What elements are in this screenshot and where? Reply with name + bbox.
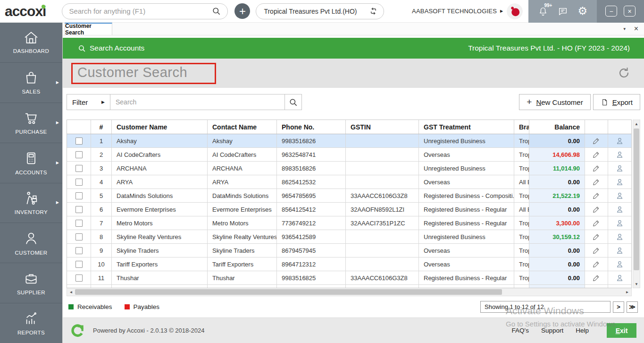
row-checkbox-cell[interactable] bbox=[67, 148, 91, 161]
edit-row-button[interactable] bbox=[585, 203, 608, 216]
row-checkbox[interactable] bbox=[75, 192, 83, 199]
search-icon[interactable] bbox=[212, 7, 221, 16]
contact-person-button[interactable] bbox=[608, 216, 631, 230]
add-company-button[interactable]: + bbox=[234, 3, 250, 19]
row-checkbox[interactable] bbox=[75, 151, 83, 158]
sidebar-item-sales[interactable]: SALES ▶ bbox=[0, 63, 62, 103]
table-search-input[interactable] bbox=[110, 94, 284, 110]
table-row[interactable]: 2 AI CodeCrafters AI CodeCrafters 963254… bbox=[67, 148, 631, 162]
contact-person-button[interactable] bbox=[608, 203, 631, 216]
row-checkbox-cell[interactable] bbox=[67, 216, 91, 230]
switch-company-icon[interactable] bbox=[369, 7, 378, 16]
header-gstin[interactable]: GSTIN bbox=[346, 120, 419, 134]
edit-row-button[interactable] bbox=[585, 175, 608, 189]
header-phone[interactable]: Phone No. bbox=[277, 120, 346, 134]
account-menu[interactable]: AABASOFT TECHNOLOGIES ▶ bbox=[412, 3, 528, 19]
edit-row-button[interactable] bbox=[585, 244, 608, 257]
row-checkbox[interactable] bbox=[75, 179, 83, 186]
table-row[interactable]: 4 ARYA ARYA 8625412532 Overseas All Br 0… bbox=[67, 175, 631, 189]
edit-row-button[interactable] bbox=[585, 271, 608, 284]
vertical-scroll-thumb[interactable] bbox=[634, 129, 639, 270]
vertical-scrollbar[interactable]: ▲ ▼ bbox=[633, 120, 640, 288]
contact-person-button[interactable] bbox=[608, 257, 631, 271]
row-checkbox-cell[interactable] bbox=[67, 134, 91, 147]
sidebar-item-inventory[interactable]: INVENTORY ▶ bbox=[0, 183, 62, 223]
header-gst-treatment[interactable]: GST Treatment bbox=[419, 120, 514, 134]
row-checkbox[interactable] bbox=[75, 233, 83, 240]
edit-row-button[interactable] bbox=[585, 230, 608, 243]
row-checkbox[interactable] bbox=[75, 206, 83, 213]
help-link[interactable]: Help bbox=[576, 327, 589, 334]
notifications-button[interactable]: 99+ bbox=[538, 6, 548, 17]
edit-row-button[interactable] bbox=[585, 162, 608, 175]
row-checkbox-cell[interactable] bbox=[67, 162, 91, 175]
row-checkbox-cell[interactable] bbox=[67, 244, 91, 257]
faqs-link[interactable]: FAQ's bbox=[512, 327, 529, 334]
contact-person-button[interactable] bbox=[608, 148, 631, 161]
next-page-button[interactable]: > bbox=[613, 301, 624, 313]
table-row[interactable]: 10 Tariff Exporters Tariff Exporters 896… bbox=[67, 257, 631, 271]
scroll-down-icon[interactable]: ▼ bbox=[633, 280, 640, 288]
table-row[interactable]: 8 Skyline Realty Ventures Skyline Realty… bbox=[67, 230, 631, 244]
horizontal-scrollbar[interactable]: ◄ ► bbox=[67, 288, 632, 296]
new-customer-button[interactable]: + New Customer bbox=[519, 94, 590, 110]
table-row[interactable]: 1 Akshay Akshay 9983516826 Unregistered … bbox=[67, 134, 631, 148]
sidebar-item-customer[interactable]: CUSTOMER bbox=[0, 223, 62, 263]
avatar[interactable] bbox=[507, 3, 523, 19]
sidebar-item-dashboard[interactable]: DASHBOARD bbox=[0, 23, 62, 63]
row-checkbox-cell[interactable] bbox=[67, 189, 91, 202]
contact-person-button[interactable] bbox=[608, 271, 631, 284]
scroll-left-icon[interactable]: ◄ bbox=[67, 288, 75, 296]
header-contact-name[interactable]: Contact Name bbox=[208, 120, 277, 134]
row-checkbox[interactable] bbox=[75, 261, 83, 268]
contact-person-button[interactable] bbox=[608, 189, 631, 202]
contact-person-button[interactable] bbox=[608, 162, 631, 175]
row-checkbox-cell[interactable] bbox=[67, 271, 91, 284]
contact-person-button[interactable] bbox=[608, 175, 631, 189]
edit-row-button[interactable] bbox=[585, 216, 608, 230]
support-link[interactable]: Support bbox=[541, 327, 563, 334]
sidebar-item-reports[interactable]: REPORTS bbox=[0, 303, 62, 343]
header-number[interactable]: # bbox=[91, 120, 112, 134]
edit-row-button[interactable] bbox=[585, 148, 608, 161]
sidebar-item-accounts[interactable]: ACCOUNTS ▶ bbox=[0, 143, 62, 183]
row-checkbox-cell[interactable] bbox=[67, 175, 91, 189]
tab-list-dropdown-icon[interactable]: ▼ bbox=[623, 27, 627, 31]
contact-person-button[interactable] bbox=[608, 244, 631, 257]
row-checkbox[interactable] bbox=[75, 247, 83, 254]
table-search-button[interactable] bbox=[284, 94, 301, 110]
company-selector[interactable]: Tropical Treasures Pvt Ltd.(HO) bbox=[256, 3, 384, 19]
row-checkbox[interactable] bbox=[75, 165, 83, 172]
filter-button[interactable]: Filter ▶ bbox=[67, 94, 110, 110]
scroll-right-icon[interactable]: ► bbox=[623, 288, 631, 296]
sidebar-item-supplier[interactable]: SUPPLIER bbox=[0, 263, 62, 303]
horizontal-scroll-thumb[interactable] bbox=[75, 289, 502, 295]
global-search-input[interactable] bbox=[69, 7, 212, 15]
export-button[interactable]: Export bbox=[593, 94, 640, 110]
sidebar-item-purchase[interactable]: PURCHASE ▶ bbox=[0, 103, 62, 143]
row-checkbox-cell[interactable] bbox=[67, 257, 91, 271]
row-checkbox[interactable] bbox=[75, 274, 83, 282]
messages-button[interactable] bbox=[558, 6, 568, 17]
table-row[interactable]: 5 DataMinds Solutions DataMinds Solution… bbox=[67, 189, 631, 203]
edit-row-button[interactable] bbox=[585, 189, 608, 202]
row-checkbox-cell[interactable] bbox=[67, 230, 91, 243]
contact-person-button[interactable] bbox=[608, 230, 631, 243]
contact-person-button[interactable] bbox=[608, 134, 631, 147]
row-checkbox[interactable] bbox=[75, 137, 83, 145]
exit-button[interactable]: Exit bbox=[607, 323, 636, 338]
edit-row-button[interactable] bbox=[585, 134, 608, 147]
table-row[interactable]: 7 Metro Motors Metro Motors 7736749212 3… bbox=[67, 216, 631, 230]
header-branch[interactable]: Bran bbox=[514, 120, 529, 134]
close-button[interactable]: × bbox=[624, 6, 636, 17]
minimize-button[interactable]: − bbox=[605, 6, 617, 17]
last-page-button[interactable]: ≫ bbox=[627, 301, 638, 313]
table-row[interactable]: 9 Skyline Traders Skyline Traders 867945… bbox=[67, 244, 631, 257]
edit-row-button[interactable] bbox=[585, 257, 608, 271]
refresh-icon[interactable] bbox=[618, 67, 631, 80]
row-checkbox[interactable] bbox=[75, 220, 83, 227]
tab-customer-search[interactable]: Customer Search bbox=[65, 23, 112, 35]
header-customer-name[interactable]: Customer Name bbox=[112, 120, 208, 134]
header-balance[interactable]: Balance bbox=[529, 120, 585, 134]
vertical-scroll-track[interactable] bbox=[633, 128, 640, 280]
